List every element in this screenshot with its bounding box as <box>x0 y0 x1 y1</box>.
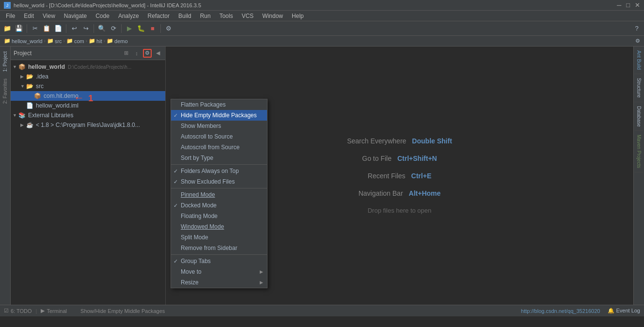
status-todo-label: 6: TODO <box>11 308 32 314</box>
shortcut-search: Search Everywhere Double Shift <box>347 137 452 145</box>
expand-arrow-src: ▼ <box>20 84 25 89</box>
folder-icon: 📁 <box>4 38 11 44</box>
menu-item-window[interactable]: Window <box>258 12 287 20</box>
toolbar-btn-debug[interactable]: 🐛 <box>136 23 146 34</box>
context-menu-item-autoscroll-to[interactable]: Autoscroll to Source <box>171 131 267 142</box>
restore-icon[interactable]: □ <box>626 1 630 9</box>
context-menu-item-floating-mode[interactable]: Floating Mode <box>171 211 267 221</box>
breadcrumb-sep-2: › <box>63 38 65 44</box>
menu-item-edit[interactable]: Edit <box>20 12 38 20</box>
context-menu-item-pinned-mode[interactable]: Pinned Mode <box>171 189 267 200</box>
context-menu-separator <box>171 188 267 188</box>
context-menu-separator <box>171 164 267 165</box>
menu-item-code[interactable]: Code <box>92 12 113 20</box>
tree-item-src[interactable]: ▼ 📂 src <box>11 81 165 91</box>
toolbar-btn-help[interactable]: ? <box>631 23 642 34</box>
menu-item-run[interactable]: Run <box>196 12 215 20</box>
panel-layout-icon[interactable]: ⊞ <box>122 49 130 58</box>
toolbar-btn-3[interactable]: ✂ <box>30 23 40 34</box>
tree-item-root[interactable]: ▼ 📦 hellow_world D:\CoderLife\IdeaProjec… <box>11 62 165 72</box>
context-menu-item-flatten-packages[interactable]: Flatten Packages <box>171 99 267 110</box>
context-menu-label: Show Excluded Files <box>181 178 235 185</box>
expand-arrow-root: ▼ <box>13 64 17 69</box>
context-menu-item-group-tabs[interactable]: ✓Group Tabs <box>171 256 267 266</box>
context-menu-item-show-members[interactable]: Show Members <box>171 121 267 131</box>
project-panel: Project ⊞ ↕ ⚙ ◀ ▼ 📦 hellow_world D:\Code… <box>11 47 166 305</box>
folder-hit-icon: 📁 <box>89 38 95 44</box>
context-menu-label: Windowed Mode <box>181 223 224 230</box>
context-menu-item-sort-by-type[interactable]: Sort by Type <box>171 153 267 163</box>
toolbar-btn-undo[interactable]: ↩ <box>69 23 79 34</box>
context-menu-item-hide-empty-middle[interactable]: ✓Hide Empty Middle Packages <box>171 110 267 121</box>
context-menu-label: Split Mode <box>181 234 208 241</box>
context-menu-item-docked-mode[interactable]: ✓Docked Mode <box>171 200 267 211</box>
breadcrumb-com[interactable]: 📁 com <box>66 38 84 44</box>
context-menu-item-resize[interactable]: Resize▶ <box>171 277 267 288</box>
folder-src-tree-icon: 📂 <box>26 83 33 90</box>
menu-item-view[interactable]: View <box>39 12 59 20</box>
breadcrumb-src[interactable]: 📁 src <box>47 38 62 44</box>
app-icon: J <box>4 2 11 9</box>
status-todo-btn[interactable]: ☑ 6: TODO <box>4 308 32 314</box>
status-url[interactable]: http://blog.csdn.net/qq_35216020 <box>521 308 600 314</box>
context-menu-item-autoscroll-from[interactable]: Autoscroll from Source <box>171 142 267 153</box>
breadcrumb-project[interactable]: 📁 hellow_world <box>4 38 43 44</box>
menu-item-help[interactable]: Help <box>288 12 308 20</box>
context-menu-item-remove-sidebar[interactable]: Remove from Sidebar <box>171 243 267 253</box>
menu-item-refactor[interactable]: Refactor <box>144 12 173 20</box>
toolbar-btn-settings[interactable]: ⚙ <box>163 23 174 34</box>
project-tree[interactable]: ▼ 📦 hellow_world D:\CoderLife\IdeaProjec… <box>11 60 165 305</box>
folder-src-icon: 📁 <box>47 38 54 44</box>
tree-item-package[interactable]: 📦 com.hit.demo <box>11 91 165 101</box>
toolbar-btn-2[interactable]: 💾 <box>14 23 24 34</box>
toolbar-btn-stop[interactable]: ■ <box>147 23 158 34</box>
tree-item-iml[interactable]: 📄 hellow_world.iml <box>11 101 165 110</box>
sidebar-item-favorites[interactable]: 2: Favorites <box>1 76 9 107</box>
shortcut-recent-label: Recent Files <box>368 172 406 180</box>
panel-gear-icon[interactable]: ⚙ <box>143 49 152 58</box>
right-tab-database[interactable]: Database <box>635 102 643 131</box>
panel-collapse-icon[interactable]: ◀ <box>154 49 162 58</box>
breadcrumb-settings-icon[interactable]: ⚙ <box>635 38 640 44</box>
context-menu-item-windowed-mode[interactable]: Windowed Mode <box>171 221 267 232</box>
toolbar-sep-4 <box>121 24 122 33</box>
breadcrumb-hit[interactable]: 📁 hit <box>89 38 102 44</box>
toolbar-btn-1[interactable]: 📁 <box>2 23 13 34</box>
url-text: http://blog.csdn.net/qq_35216020 <box>521 308 600 314</box>
right-tab-structure[interactable]: Structure <box>635 74 643 102</box>
expand-arrow-idea: ▶ <box>20 74 25 79</box>
right-tab-ant[interactable]: Ant Build <box>635 47 643 74</box>
tree-item-ext-libs[interactable]: ▼ 📚 External Libraries <box>11 110 165 120</box>
menu-item-file[interactable]: File <box>2 12 19 20</box>
toolbar-btn-redo[interactable]: ↪ <box>80 23 91 34</box>
menu-item-navigate[interactable]: Navigate <box>60 12 91 20</box>
context-menu-item-move-to[interactable]: Move to▶ <box>171 266 267 277</box>
context-menu-item-show-excluded[interactable]: ✓Show Excluded Files <box>171 176 267 187</box>
tree-item-idea[interactable]: ▶ 📂 .idea <box>11 72 165 81</box>
terminal-icon: ▶ <box>41 308 45 314</box>
context-menu-item-split-mode[interactable]: Split Mode <box>171 232 267 243</box>
toolbar-btn-run[interactable]: ▶ <box>124 23 135 34</box>
panel-header: Project ⊞ ↕ ⚙ ◀ <box>11 47 165 60</box>
breadcrumb-demo[interactable]: 📁 demo <box>107 38 128 44</box>
toolbar-btn-replace[interactable]: ⟳ <box>108 23 119 34</box>
menu-item-analyze[interactable]: Analyze <box>114 12 143 20</box>
toolbar-btn-5[interactable]: 📄 <box>53 23 63 34</box>
shortcut-navbar: Navigation Bar Alt+Home <box>359 189 441 197</box>
menu-item-build[interactable]: Build <box>174 12 195 20</box>
status-terminal-btn[interactable]: ▶ Terminal <box>41 308 67 314</box>
menu-item-tools[interactable]: Tools <box>216 12 237 20</box>
tree-item-jdk[interactable]: ▶ ☕ < 1.8 > C:\Program Files\Java\jdk1.8… <box>11 120 165 130</box>
toolbar-btn-find[interactable]: 🔍 <box>96 23 107 34</box>
right-tab-maven[interactable]: Maven Projects <box>635 131 643 172</box>
minimize-icon[interactable]: ─ <box>617 1 621 9</box>
status-bar: ☑ 6: TODO | ▶ Terminal Show/Hide Empty M… <box>0 305 644 316</box>
close-icon[interactable]: ✕ <box>635 1 640 9</box>
context-menu-item-folders-on-top[interactable]: ✓Folders Always on Top <box>171 166 267 176</box>
panel-sync-icon[interactable]: ↕ <box>132 49 141 58</box>
sidebar-item-project[interactable]: 1: Project <box>1 48 9 75</box>
event-log-btn[interactable]: 🔔 Event Log <box>608 308 640 314</box>
toolbar-btn-4[interactable]: 📋 <box>41 23 52 34</box>
menu-item-vcs[interactable]: VCS <box>238 12 258 20</box>
context-menu-label: Resize <box>181 279 199 286</box>
